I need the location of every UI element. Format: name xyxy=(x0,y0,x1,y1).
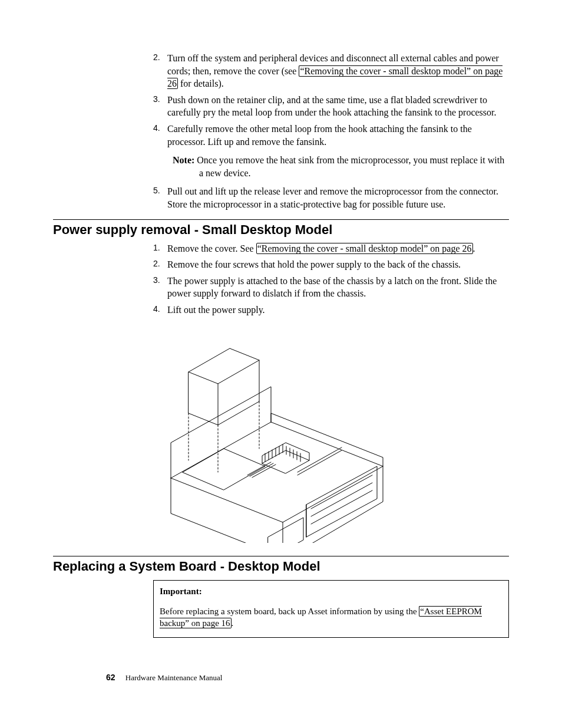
heading-replacing-system-board: Replacing a System Board - Desktop Model xyxy=(53,559,509,574)
section-rule xyxy=(53,556,509,556)
item-text: The power supply is attached to the base… xyxy=(167,276,497,299)
item-number: 2. xyxy=(153,52,160,63)
note-text: Once you remove the heat sink from the m… xyxy=(197,155,504,178)
item-number: 1. xyxy=(153,242,160,253)
item-text: Carefully remove the other metal loop fr… xyxy=(167,124,472,147)
important-text-after: . xyxy=(232,618,234,628)
item-number: 2. xyxy=(153,258,160,269)
list-item: 3. Push down on the retainer clip, and a… xyxy=(153,94,509,119)
note-block: Note: Once you remove the heat sink from… xyxy=(167,154,509,179)
item-number: 5. xyxy=(153,185,160,196)
item-number: 3. xyxy=(153,94,160,105)
item-number: 4. xyxy=(153,123,160,134)
item-text: Push down on the retainer clip, and at t… xyxy=(167,95,497,118)
exploded-chassis-figure xyxy=(165,325,395,545)
item-text-after: for details). xyxy=(178,78,224,88)
important-box: Important: Before replacing a system boa… xyxy=(153,580,509,638)
item-number: 3. xyxy=(153,275,160,286)
list-item: 2. Turn off the system and peripheral de… xyxy=(153,52,509,90)
note-label: Note: xyxy=(173,155,194,165)
list-item: 1. Remove the cover. See “Removing the c… xyxy=(153,242,509,255)
heading-power-supply-removal: Power supply removal - Small Desktop Mod… xyxy=(53,222,509,238)
item-text-before: Remove the cover. See xyxy=(167,243,256,253)
important-label: Important: xyxy=(160,585,503,597)
power-supply-steps: 1. Remove the cover. See “Removing the c… xyxy=(153,242,509,317)
page-number: 62 xyxy=(106,673,115,682)
procedure-list-continued: 2. Turn off the system and peripheral de… xyxy=(153,52,509,211)
item-text: Lift out the power supply. xyxy=(167,305,265,315)
section-rule xyxy=(53,219,509,220)
page-footer: 62 Hardware Maintenance Manual xyxy=(106,673,222,683)
list-item: 2. Remove the four screws that hold the … xyxy=(153,258,509,271)
list-item: 4. Lift out the power supply. xyxy=(153,304,509,317)
item-text: Remove the four screws that hold the pow… xyxy=(167,259,461,269)
important-text-before: Before replacing a system board, back up… xyxy=(160,607,419,616)
xref-link-removing-cover[interactable]: “Removing the cover - small desktop mode… xyxy=(256,243,473,254)
chassis-svg-icon xyxy=(165,325,395,543)
list-item: 4. Carefully remove the other metal loop… xyxy=(153,123,509,179)
item-text: Pull out and lift up the release lever a… xyxy=(167,186,498,209)
list-item: 5. Pull out and lift up the release leve… xyxy=(153,185,509,210)
list-item: 3. The power supply is attached to the b… xyxy=(153,275,509,300)
item-number: 4. xyxy=(153,304,160,315)
item-text-after: . xyxy=(473,243,475,253)
manual-title: Hardware Maintenance Manual xyxy=(125,673,223,682)
